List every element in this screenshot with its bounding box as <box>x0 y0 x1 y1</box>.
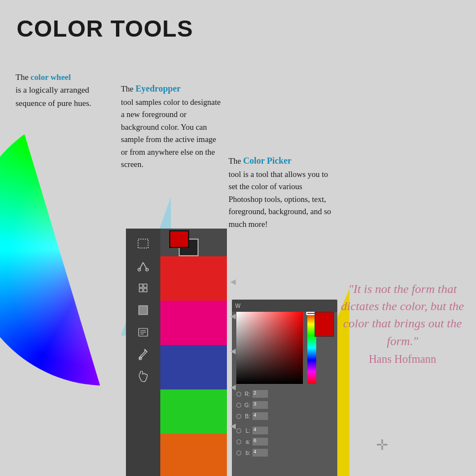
field-a: a: 6 <box>236 436 333 447</box>
color-picker-dialog: W R: 2 G: 3 B: 4 L: 4 <box>232 300 337 476</box>
radio-l[interactable] <box>236 428 241 433</box>
input-b2[interactable]: 4 <box>252 449 268 457</box>
field-r: R: 2 <box>236 388 333 399</box>
swatch-arrow-2: ◀ <box>230 312 236 321</box>
shape-tool-icon[interactable] <box>133 300 154 321</box>
color-picker-description: The Color Picker tool is a tool that all… <box>229 154 334 230</box>
eyedropper-highlight: Eyedropper <box>135 84 180 93</box>
svg-rect-6 <box>144 284 147 287</box>
radio-b[interactable] <box>236 414 241 419</box>
swatch-pink[interactable] <box>160 301 227 345</box>
color-wheel-prefix: The <box>16 73 31 82</box>
svg-rect-8 <box>144 288 147 292</box>
cursor-plus-icon: ✛ <box>376 438 388 453</box>
swatch-green[interactable] <box>160 389 227 434</box>
input-r[interactable]: 2 <box>252 390 268 398</box>
radio-r[interactable] <box>236 392 241 397</box>
color-fields: R: 2 G: 3 B: 4 L: 4 a: 6 b: 4 <box>236 388 333 458</box>
eyedropper-tool-icon[interactable] <box>133 344 154 365</box>
svg-rect-9 <box>139 306 148 315</box>
color-wheel-highlight: color wheel <box>31 73 71 82</box>
radio-b2[interactable] <box>236 450 241 455</box>
color-wheel-body: is a logically arranged sequence of pure… <box>16 85 92 107</box>
field-b2: b: 4 <box>236 447 333 458</box>
swatch-orange[interactable] <box>160 434 227 476</box>
swatch-arrow-5: ◀ <box>230 422 236 431</box>
label-b: B: <box>244 413 250 419</box>
color-gradient-picker[interactable] <box>236 312 303 384</box>
color-preview-box <box>315 312 334 337</box>
swatch-arrow-4: ◀ <box>230 383 236 392</box>
radio-g[interactable] <box>236 403 241 408</box>
svg-rect-0 <box>138 239 148 248</box>
swatch-red[interactable] <box>160 256 227 301</box>
input-b[interactable]: 4 <box>252 412 268 420</box>
label-b2: b: <box>244 450 250 456</box>
label-a: a: <box>244 439 250 445</box>
scissors-icon[interactable] <box>133 255 154 276</box>
swatch-arrow-3: ◀ <box>230 347 236 356</box>
color-picker-dialog-title: W <box>232 300 337 312</box>
svg-rect-5 <box>139 284 143 287</box>
color-wheel-visual <box>0 53 128 476</box>
field-l: L: 4 <box>236 425 333 436</box>
hand-tool-icon[interactable] <box>133 366 154 387</box>
swatch-blue[interactable] <box>160 345 227 389</box>
color-wheel-description: The color wheel is a logically arranged … <box>16 71 118 110</box>
page-title: COLOR TOOLS <box>17 16 193 42</box>
marquee-tool-icon[interactable] <box>133 233 154 254</box>
label-l: L: <box>244 428 250 434</box>
input-g[interactable]: 3 <box>252 401 268 409</box>
color-swatches-panel <box>160 256 227 476</box>
label-r: R: <box>244 391 250 397</box>
color-picker-highlight: Color Picker <box>243 156 291 165</box>
label-g: G: <box>244 402 250 408</box>
photoshop-toolbar <box>126 229 160 476</box>
dialog-title-text: W <box>235 303 240 309</box>
move-tool-icon[interactable] <box>133 277 154 298</box>
quote-author: Hans Hofmann <box>337 353 468 366</box>
radio-a[interactable] <box>236 439 241 444</box>
quote-block: "It is not the form that dictates the co… <box>337 280 468 366</box>
swatch-arrow-1: ◀ <box>230 277 236 286</box>
field-g: G: 3 <box>236 399 333 411</box>
foreground-color-box[interactable] <box>169 230 189 248</box>
field-b: B: 4 <box>236 411 333 422</box>
notes-tool-icon[interactable] <box>133 322 154 343</box>
color-picker-body: tool is a tool that allows you to set th… <box>229 170 331 229</box>
quote-text: "It is not the form that dictates the co… <box>337 280 468 350</box>
color-picker-prefix: The <box>229 156 243 165</box>
input-l[interactable]: 4 <box>252 427 268 434</box>
eyedropper-body: tool samples color to designate a new fo… <box>121 98 221 169</box>
svg-rect-7 <box>139 288 143 292</box>
input-a[interactable]: 6 <box>252 438 268 445</box>
eyedropper-prefix: The <box>121 84 135 93</box>
eyedropper-description: The Eyedropper tool samples color to des… <box>121 82 221 171</box>
